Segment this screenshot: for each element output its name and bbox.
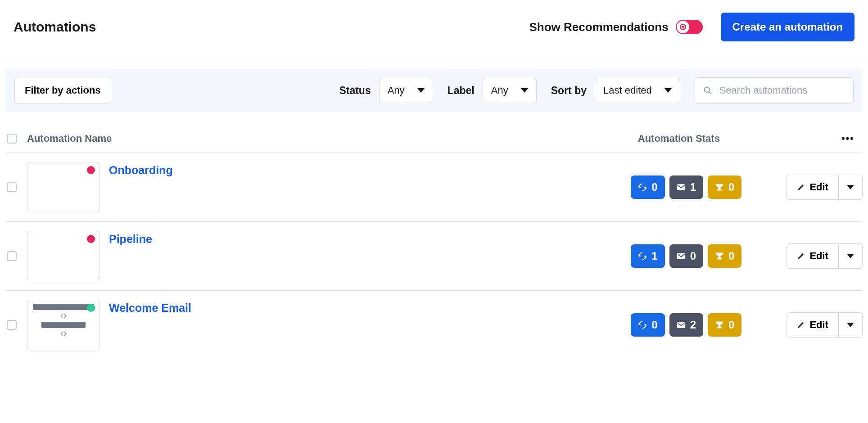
status-dot-icon xyxy=(87,166,95,174)
automation-name-link[interactable]: Welcome Email xyxy=(109,300,191,315)
svg-rect-7 xyxy=(719,257,721,258)
automation-thumbnail[interactable] xyxy=(27,231,100,281)
email-icon xyxy=(677,252,686,260)
stat-goals-value: 0 xyxy=(728,181,734,194)
stat-emails-value: 1 xyxy=(690,181,696,194)
automation-stats: 0 2 0 xyxy=(631,313,741,337)
chevron-down-icon xyxy=(665,88,672,93)
edit-button[interactable]: Edit xyxy=(787,175,839,200)
more-columns-icon[interactable]: ••• xyxy=(841,133,863,144)
chevron-down-icon xyxy=(847,323,854,327)
close-icon xyxy=(680,24,686,30)
stat-contacts-value: 0 xyxy=(651,319,657,331)
stat-goals[interactable]: 0 xyxy=(708,313,741,337)
stat-goals[interactable]: 0 xyxy=(708,244,741,268)
trophy-icon xyxy=(715,320,724,329)
automation-name-link[interactable]: Pipeline xyxy=(109,231,152,246)
thumbnail-flow-preview xyxy=(33,304,94,337)
edit-button[interactable]: Edit xyxy=(787,312,839,338)
status-label: Status xyxy=(339,85,371,97)
edit-button-group: Edit xyxy=(787,312,863,338)
sort-label: Sort by xyxy=(551,85,587,97)
status-filter: Status Any xyxy=(339,78,433,103)
row-checkbox[interactable] xyxy=(7,251,17,261)
stat-goals-value: 0 xyxy=(728,250,734,262)
create-automation-button[interactable]: Create an automation xyxy=(721,13,854,41)
stat-emails[interactable]: 1 xyxy=(669,176,703,199)
svg-rect-6 xyxy=(677,253,685,259)
table-row: Onboarding 0 1 0 xyxy=(5,153,863,222)
edit-label: Edit xyxy=(809,250,828,262)
automations-table: Automation Name Automation Stats ••• Onb… xyxy=(0,125,868,359)
sort-filter: Sort by Last edited xyxy=(551,78,680,103)
stat-emails[interactable]: 2 xyxy=(669,313,703,337)
label-label: Label xyxy=(448,85,475,97)
svg-point-1 xyxy=(704,87,709,92)
email-icon xyxy=(677,184,686,191)
stat-emails-value: 2 xyxy=(690,319,696,331)
edit-button[interactable]: Edit xyxy=(787,243,839,269)
edit-dropdown-button[interactable] xyxy=(839,175,863,200)
filter-bar: Filter by actions Status Any Label Any S… xyxy=(5,69,863,112)
search-input[interactable] xyxy=(719,84,845,97)
svg-rect-11 xyxy=(717,327,722,328)
header-actions: Show Recommendations Create an automatio… xyxy=(529,13,854,41)
edit-button-group: Edit xyxy=(787,175,863,200)
label-value: Any xyxy=(491,85,508,96)
svg-rect-3 xyxy=(677,184,685,190)
trophy-icon xyxy=(715,252,724,261)
select-all-checkbox[interactable] xyxy=(7,134,17,144)
trophy-icon xyxy=(715,183,724,192)
stat-goals-value: 0 xyxy=(728,319,734,331)
sort-value: Last edited xyxy=(603,85,652,96)
automation-stats: 0 1 0 xyxy=(631,176,741,199)
row-checkbox[interactable] xyxy=(7,320,17,330)
edit-label: Edit xyxy=(809,319,828,331)
search-icon xyxy=(703,86,712,95)
stat-goals[interactable]: 0 xyxy=(708,176,741,199)
show-recommendations-toggle[interactable] xyxy=(676,20,703,34)
status-select[interactable]: Any xyxy=(379,78,433,103)
column-header-stats: Automation Stats xyxy=(638,133,832,144)
automation-stats: 1 0 0 xyxy=(631,244,741,268)
automation-thumbnail[interactable] xyxy=(27,300,100,350)
stat-emails-value: 0 xyxy=(690,250,696,262)
status-value: Any xyxy=(388,85,405,96)
automation-name-link[interactable]: Onboarding xyxy=(109,162,173,177)
row-checkbox[interactable] xyxy=(7,182,17,192)
email-icon xyxy=(677,321,686,328)
label-select[interactable]: Any xyxy=(483,78,537,103)
stat-contacts-value: 0 xyxy=(651,181,657,194)
pencil-icon xyxy=(797,252,805,260)
search-box[interactable] xyxy=(695,77,854,104)
edit-dropdown-button[interactable] xyxy=(839,243,863,269)
filter-by-actions-label: Filter by actions xyxy=(25,85,101,96)
chevron-down-icon xyxy=(521,88,528,93)
stat-contacts[interactable]: 0 xyxy=(631,176,665,199)
filter-by-actions-button[interactable]: Filter by actions xyxy=(14,77,111,104)
svg-rect-9 xyxy=(677,322,685,328)
pencil-icon xyxy=(797,183,805,191)
stat-contacts[interactable]: 0 xyxy=(631,313,665,337)
edit-dropdown-button[interactable] xyxy=(839,312,863,338)
sort-select[interactable]: Last edited xyxy=(595,78,680,103)
stat-contacts[interactable]: 1 xyxy=(631,244,665,268)
stat-emails[interactable]: 0 xyxy=(669,244,703,268)
contacts-icon xyxy=(638,183,647,192)
svg-rect-10 xyxy=(719,326,721,327)
chevron-down-icon xyxy=(417,88,425,93)
table-row: Welcome Email 0 2 0 xyxy=(5,291,863,359)
svg-rect-4 xyxy=(719,188,721,189)
automation-thumbnail[interactable] xyxy=(27,162,100,212)
edit-button-group: Edit xyxy=(787,243,863,269)
contacts-icon xyxy=(638,252,647,261)
toggle-knob xyxy=(677,21,689,33)
svg-line-2 xyxy=(709,91,711,94)
contacts-icon xyxy=(638,320,647,329)
chevron-down-icon xyxy=(847,254,854,258)
status-dot-icon xyxy=(87,304,95,312)
table-header-row: Automation Name Automation Stats ••• xyxy=(5,125,863,153)
edit-label: Edit xyxy=(809,181,828,193)
stat-contacts-value: 1 xyxy=(651,250,657,262)
table-row: Pipeline 1 0 0 xyxy=(5,222,863,291)
